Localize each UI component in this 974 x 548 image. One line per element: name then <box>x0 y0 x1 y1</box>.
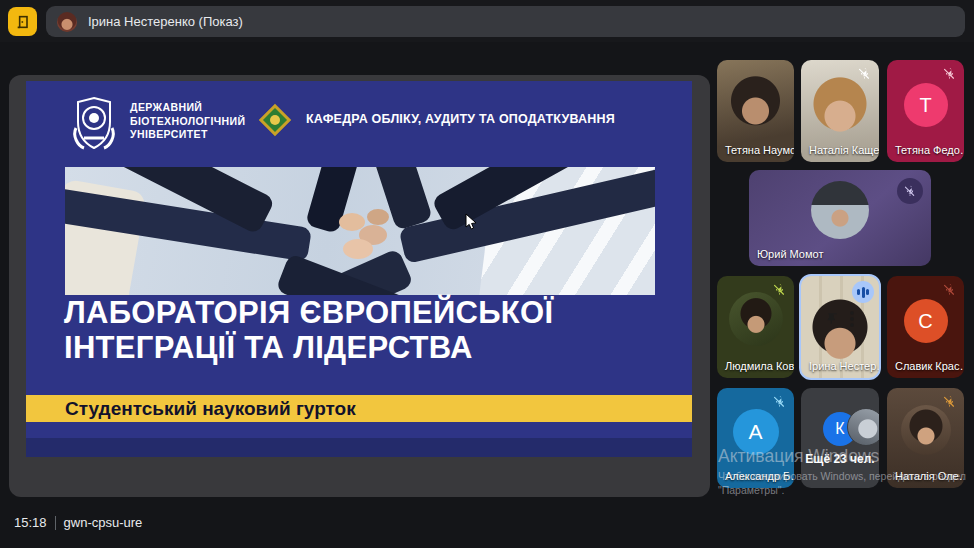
avatar-letter: Т <box>904 83 948 127</box>
slide-footer-strip <box>26 438 692 457</box>
mic-off-icon <box>897 178 923 204</box>
avatar-letter: С <box>904 299 948 343</box>
university-logo <box>66 94 122 154</box>
mic-off-icon <box>942 282 957 297</box>
top-bar: Ірина Нестеренко (Показ) <box>0 0 974 42</box>
door-icon <box>15 14 31 30</box>
app-icon-button[interactable] <box>8 7 37 36</box>
participant-tile-active-speaker[interactable]: Ірина Нестер… <box>799 274 881 380</box>
participant-tile[interactable]: С Славик Крас… <box>887 276 964 378</box>
participant-name: Юрий Момот <box>757 248 823 260</box>
slide-title: ЛАБОРАТОРІЯ ЄВРОПЕЙСЬКОЇ ІНТЕГРАЦІЇ ТА Л… <box>64 295 553 365</box>
participant-tile[interactable]: Тетяна Наумо… <box>717 60 794 162</box>
participant-name: Наталія Каще… <box>809 144 879 156</box>
slide-subtitle-band: Студентський науковий гурток <box>26 395 692 422</box>
more-options-icon[interactable] <box>850 311 855 327</box>
mic-off-icon <box>942 394 957 409</box>
participant-photo-avatar <box>811 181 869 239</box>
presenter-avatar <box>57 12 77 32</box>
presentation-slide: ДЕРЖАВНИЙ БІОТЕХНОЛОГІЧНИЙ УНІВЕРСИТЕТ К… <box>26 81 692 457</box>
participant-name: Тетяна Наумо… <box>725 144 794 156</box>
participant-tile[interactable]: Юрий Момот <box>749 170 931 266</box>
participant-tile[interactable]: А Александр Б… <box>717 388 794 488</box>
participant-name: Людмила Ков… <box>725 360 794 372</box>
divider <box>55 516 56 530</box>
participant-tile[interactable]: Людмила Ков… <box>717 276 794 378</box>
mic-off-icon <box>942 66 957 81</box>
participant-name: Тетяна Федо… <box>895 144 964 156</box>
slide-photo <box>65 167 655 295</box>
mouse-cursor <box>465 213 478 231</box>
participant-photo-avatar <box>729 292 783 346</box>
more-participants-label: Ещё 23 чел. <box>801 452 879 466</box>
avatar-letter: А <box>733 409 779 455</box>
slide-subtitle: Студентський науковий гурток <box>65 398 356 420</box>
pin-icon[interactable] <box>826 311 840 327</box>
participant-photo-avatar <box>847 408 879 446</box>
department-name: КАФЕДРА ОБЛІКУ, АУДИТУ ТА ОПОДАТКУВАННЯ <box>306 112 615 126</box>
participant-name: Наталія Оле… <box>895 470 964 482</box>
shared-screen-tile[interactable]: ДЕРЖАВНИЙ БІОТЕХНОЛОГІЧНИЙ УНІВЕРСИТЕТ К… <box>9 75 710 497</box>
more-participants-tile[interactable]: К Ещё 23 чел. <box>801 388 879 488</box>
presenter-pill[interactable]: Ірина Нестеренко (Показ) <box>46 6 965 37</box>
participant-name: Славик Крас… <box>895 360 964 372</box>
bottom-bar: 15:18 gwn-cpsu-ure <box>0 497 974 548</box>
department-logo <box>254 97 296 143</box>
mic-off-icon <box>772 282 787 297</box>
participant-name: Ірина Нестер… <box>809 360 881 372</box>
participant-photo-avatar <box>901 405 951 455</box>
audio-speaking-icon <box>852 281 874 303</box>
meet-window: Ірина Нестеренко (Показ) ДЕРЖАВНИЙ БІОТЕ… <box>0 0 974 548</box>
participant-tile[interactable]: Наталія Каще… <box>801 60 879 162</box>
participant-name: Александр Б… <box>725 470 794 482</box>
mic-off-icon <box>857 66 872 81</box>
university-name: ДЕРЖАВНИЙ БІОТЕХНОЛОГІЧНИЙ УНІВЕРСИТЕТ <box>130 101 245 142</box>
participant-tile[interactable]: Т Тетяна Федо… <box>887 60 964 162</box>
presenter-name: Ірина Нестеренко (Показ) <box>88 14 243 29</box>
clock-time: 15:18 <box>14 515 47 530</box>
participant-tile[interactable]: Наталія Оле… <box>887 388 964 488</box>
mic-off-icon <box>772 394 787 409</box>
meeting-code: gwn-cpsu-ure <box>64 515 143 530</box>
